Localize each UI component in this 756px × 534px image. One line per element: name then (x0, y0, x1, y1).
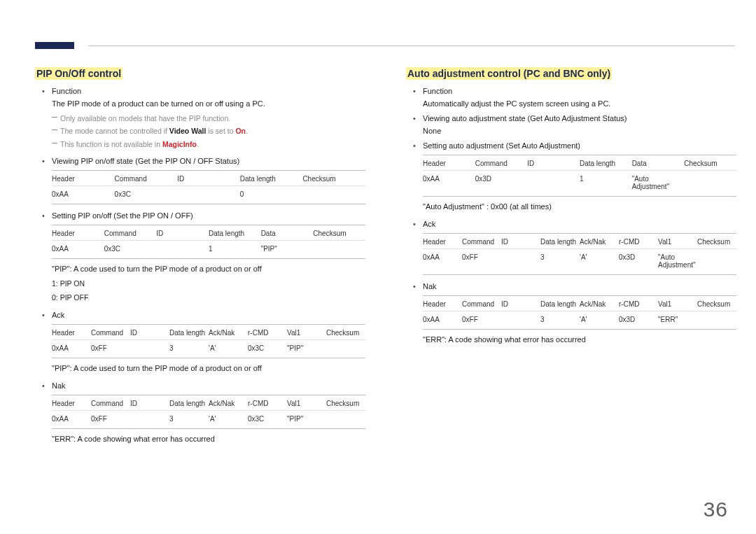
bullet-ack-r: Ack (413, 218, 736, 230)
page-number: 36 (704, 498, 728, 521)
th: Data length (169, 324, 209, 339)
th: Data length (169, 395, 209, 410)
td: 0xFF (91, 339, 130, 358)
bullet-nak-r: Nak (413, 281, 736, 293)
note-3: This function is not available in MagicI… (52, 139, 365, 150)
bullet-viewing-state: Viewing PIP on/off state (Get the PIP ON… (42, 155, 365, 167)
td: 3 (169, 410, 209, 428)
header-mark (35, 42, 74, 49)
td (501, 311, 540, 330)
td (326, 339, 365, 358)
table-row: 0xAA 0xFF 3 'A' 0x3C "PIP" (52, 339, 365, 358)
table-set-pip: Header Command ID Data length Data Check… (52, 225, 365, 259)
th: Checksum (302, 170, 365, 185)
td: "PIP" (287, 339, 326, 358)
td: 'A' (209, 410, 248, 428)
th: Command (475, 155, 528, 171)
th: ID (130, 395, 169, 410)
section-title-left: PIP On/Off control (35, 67, 122, 80)
table-ack-pip: Header Command ID Data length Ack/Nak r-… (52, 324, 365, 358)
th: Ack/Nak (580, 234, 619, 249)
td: 0x3D (619, 249, 658, 275)
note-2: The mode cannot be controlled if Video W… (52, 125, 365, 136)
content: PIP On/Off control Function The PIP mode… (35, 67, 736, 499)
th: ID (177, 170, 240, 185)
th: Command (462, 296, 501, 311)
th: Checksum (326, 395, 365, 410)
th: Command (115, 170, 178, 185)
td: 0xFF (462, 311, 501, 330)
function-desc-r: Automatically adjust the PC system scree… (423, 98, 736, 110)
th: Header (52, 170, 115, 185)
td: 1 (580, 171, 632, 197)
table-row: 0xAA 0xFF 3 'A' 0x3D "ERR" (423, 311, 736, 330)
table-nak-auto: Header Command ID Data length Ack/Nak r-… (423, 295, 736, 330)
table-row: 0xAA 0x3C 0 (52, 185, 365, 204)
td: 'A' (209, 339, 248, 358)
bullet-nak: Nak (42, 380, 365, 392)
td (697, 311, 736, 330)
th: ID (527, 155, 580, 171)
table-set-auto: Header Command ID Data length Data Check… (423, 155, 736, 197)
td: "Auto Adjustment" (658, 249, 697, 275)
th: r-CMD (248, 324, 287, 339)
table-nak-pip: Header Command ID Data length Ack/Nak r-… (52, 395, 365, 429)
t: . (246, 127, 248, 135)
pip-desc-2: "PIP": A code used to turn the PIP mode … (35, 363, 365, 374)
table-get-pip: Header Command ID Data length Checksum 0… (52, 170, 365, 204)
th: Command (104, 225, 157, 240)
td (130, 410, 169, 428)
th: Val1 (287, 395, 326, 410)
th: r-CMD (248, 395, 287, 410)
err-desc-r: "ERR": A code showing what error has occ… (406, 334, 736, 346)
notes-group: Only available on models that have the P… (35, 113, 365, 150)
td: "ERR" (658, 311, 697, 330)
th: ID (501, 234, 540, 249)
t: Viewing auto adjustment state (Get Auto … (423, 114, 626, 122)
th: Data length (540, 296, 580, 311)
td: 'A' (580, 249, 619, 275)
td: 0xAA (52, 240, 104, 258)
th: Checksum (326, 324, 365, 339)
th: ID (156, 225, 209, 240)
t: is set to (206, 127, 235, 135)
th: Val1 (658, 296, 697, 311)
th: Data length (209, 225, 261, 240)
t: . (197, 140, 199, 148)
td: 0x3C (104, 240, 157, 258)
th: Data length (240, 170, 303, 185)
bullet-ack: Ack (42, 309, 365, 321)
th: r-CMD (619, 234, 658, 249)
th: Ack/Nak (580, 296, 619, 311)
td (527, 171, 580, 197)
th: Header (423, 234, 462, 249)
td (326, 410, 365, 428)
td (177, 185, 240, 204)
viewing-sub: None (423, 125, 736, 137)
td (313, 240, 365, 258)
td: 0x3C (248, 410, 287, 428)
th: Checksum (313, 225, 365, 240)
th: Checksum (697, 234, 736, 249)
td: 0xFF (462, 249, 501, 275)
section-title-right: Auto adjustment control (PC and BNC only… (406, 67, 612, 80)
kw-magicinfo: MagicInfo (162, 140, 197, 148)
note-1: Only available on models that have the P… (52, 113, 365, 124)
td: "PIP" (287, 410, 326, 428)
td (302, 185, 365, 204)
th: Command (462, 234, 501, 249)
th: Data length (540, 234, 580, 249)
td: 0xAA (52, 410, 91, 428)
table-row: 0xAA 0x3C 1 "PIP" (52, 240, 365, 258)
td: 0 (240, 185, 303, 204)
td: 0xAA (52, 339, 91, 358)
label: Function (423, 87, 452, 95)
t: This function is not available in (60, 140, 162, 148)
bullet-function-r: Function Automatically adjust the PC sys… (413, 85, 736, 110)
kw-on: On (235, 127, 246, 135)
table-row: 0xAA 0xFF 3 'A' 0x3D "Auto Adjustment" (423, 249, 736, 275)
pip-off: 0: PIP OFF (35, 292, 365, 303)
th: Header (52, 395, 91, 410)
td (156, 240, 209, 258)
th: Command (91, 324, 130, 339)
